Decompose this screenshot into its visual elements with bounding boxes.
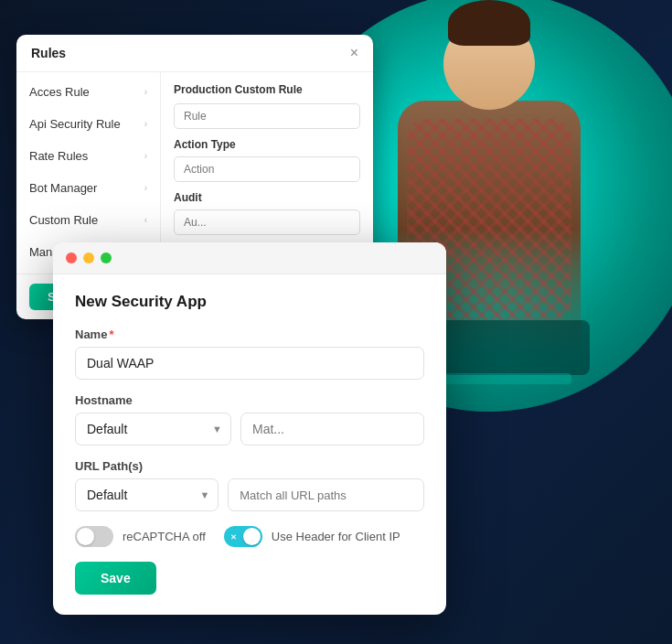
recaptcha-toggle-row: reCAPTCHA off [75,526,206,547]
action-type-label: Action Type [174,138,360,151]
bottom-toggles-row: reCAPTCHA off ✕ Use Header for Client IP [75,526,424,547]
action-input[interactable] [174,156,360,182]
sidebar-item-api-rule[interactable]: Api Security Rule › [16,108,160,140]
url-paths-label: URL Path(s) [75,459,424,473]
hostname-select-wrapper: Default ▼ [75,413,231,445]
hostname-form-group: Hostname Default ▼ [75,393,424,445]
chevron-right-icon-4: › [144,183,147,193]
url-paths-form-group: URL Path(s) Default ▼ [75,459,424,511]
recaptcha-label: reCAPTCHA off [123,530,206,543]
audit-input[interactable] [174,209,360,235]
sidebar-item-rate-rules[interactable]: Rate Rules › [16,140,160,172]
hostname-label: Hostname [75,393,424,407]
use-header-toggle-row: ✕ Use Header for Client IP [224,526,400,547]
security-modal-body: New Security App Name* Hostname Default … [53,274,446,615]
traffic-light-green[interactable] [101,252,112,263]
close-icon[interactable]: × [350,46,358,60]
sidebar-item-custom-rule[interactable]: Custom Rule ‹ [16,204,160,236]
security-modal: New Security App Name* Hostname Default … [53,242,446,615]
name-form-group: Name* [75,327,424,380]
security-modal-titlebar [53,242,446,274]
sidebar-item-rate-rules-label: Rate Rules [29,149,88,163]
chevron-right-icon: › [144,87,147,97]
hostname-match-input[interactable] [240,413,424,445]
url-paths-input[interactable] [228,478,424,511]
rule-input[interactable] [174,103,360,129]
rules-modal-title: Rules [31,46,66,60]
use-header-label: Use Header for Client IP [272,530,400,543]
sidebar-item-custom-rule-label: Custom Rule [29,213,98,227]
chevron-right-icon-2: › [144,119,147,129]
chevron-left-icon: ‹ [144,215,147,225]
rules-content-title: Production Custom Rule [174,83,360,96]
audit-label: Audit [174,191,360,204]
name-input[interactable] [75,347,424,380]
traffic-light-red[interactable] [66,252,77,263]
sidebar-item-acces-rule-label: Acces Rule [29,85,90,99]
recaptcha-toggle[interactable] [75,526,113,547]
sidebar-item-api-rule-label: Api Security Rule [29,117,121,131]
hostname-select[interactable]: Default [75,413,231,445]
sidebar-item-acces-rule[interactable]: Acces Rule › [16,76,160,108]
url-paths-select[interactable]: Default [75,478,219,511]
hostname-row: Default ▼ [75,413,424,445]
sidebar-item-bot-manager-label: Bot Manager [29,181,97,195]
save-button[interactable]: Save [75,562,156,595]
url-paths-select-wrapper: Default ▼ [75,478,219,511]
security-modal-heading: New Security App [75,293,424,311]
traffic-light-yellow[interactable] [83,252,94,263]
required-star: * [109,327,113,341]
chevron-right-icon-3: › [144,151,147,161]
sidebar-item-bot-manager[interactable]: Bot Manager › [16,172,160,204]
rules-modal-header: Rules × [16,35,373,72]
name-label: Name* [75,327,424,341]
url-paths-row: Default ▼ [75,478,424,511]
use-header-toggle[interactable]: ✕ [224,526,262,547]
